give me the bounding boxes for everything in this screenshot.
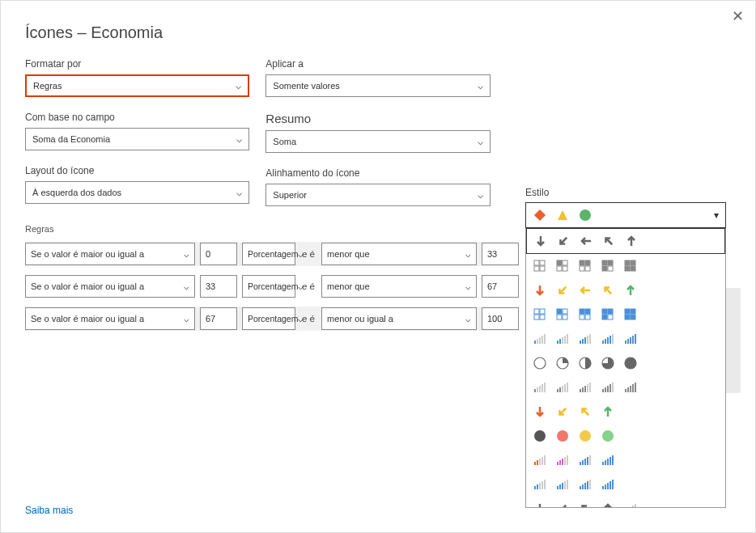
bars-icon	[555, 477, 570, 492]
style-option-arrows-gray-5[interactable]	[526, 228, 725, 254]
style-option-bars-color-4[interactable]	[526, 448, 725, 472]
svg-rect-34	[540, 309, 545, 314]
style-option-pie-gray-5[interactable]	[526, 351, 725, 375]
svg-rect-15	[563, 266, 567, 271]
rule-from-input[interactable]: 33	[200, 275, 237, 298]
summary-select[interactable]: Soma ⌵	[265, 130, 490, 153]
chevron-down-icon: ⌵	[478, 80, 483, 91]
arrow-icon	[578, 283, 592, 298]
style-option-bars-blue-4[interactable]	[526, 472, 725, 497]
rules-list: Se o valor é maior ou igual a⌵0Porcentag…	[25, 242, 519, 331]
svg-rect-123	[559, 460, 561, 465]
style-select[interactable]: ▾	[525, 202, 726, 228]
learn-more-link[interactable]: Saiba mais	[25, 505, 73, 516]
svg-rect-154	[607, 483, 609, 489]
svg-rect-22	[602, 266, 607, 271]
chevron-down-icon: ⌵	[184, 249, 189, 260]
rule-from-input[interactable]: 67	[200, 307, 237, 330]
svg-rect-69	[605, 339, 606, 344]
svg-rect-100	[605, 387, 606, 392]
arrow-icon	[578, 501, 592, 508]
rule-condition-select[interactable]: Se o valor é maior ou igual a⌵	[25, 243, 195, 265]
alignment-select[interactable]: Superior ⌵	[265, 184, 490, 206]
rule-unit-select[interactable]: Porcentagem⌵	[242, 243, 295, 265]
svg-rect-45	[602, 309, 607, 314]
svg-rect-91	[562, 386, 563, 392]
svg-rect-139	[539, 483, 541, 489]
layout-value: À esquerda dos dados	[32, 188, 121, 197]
svg-rect-97	[587, 384, 588, 392]
arrow-icon	[579, 234, 593, 248]
rule-to-input[interactable]: 100	[482, 307, 519, 330]
svg-rect-89	[557, 389, 559, 392]
bars-icon	[601, 380, 615, 395]
style-option-bars-blue-5[interactable]	[526, 327, 725, 351]
rule-row: Se o valor é maior ou igual a⌵33Porcenta…	[25, 274, 519, 298]
quad-icon	[578, 307, 592, 322]
svg-rect-76	[632, 336, 634, 344]
style-option-arrows-color-5[interactable]	[526, 278, 725, 302]
svg-rect-107	[632, 384, 634, 392]
svg-rect-67	[589, 334, 591, 344]
arrow-icon	[555, 404, 570, 419]
close-button[interactable]: ✕	[732, 7, 744, 25]
svg-rect-86	[539, 386, 541, 392]
rule-row: Se o valor é maior ou igual a⌵0Porcentag…	[25, 242, 519, 266]
svg-rect-90	[559, 387, 561, 392]
svg-rect-155	[609, 481, 611, 489]
svg-rect-88	[544, 383, 546, 392]
svg-point-114	[557, 430, 568, 442]
svg-rect-102	[609, 384, 611, 392]
svg-rect-104	[625, 389, 626, 392]
svg-rect-85	[537, 387, 538, 392]
svg-rect-141	[544, 480, 546, 489]
svg-rect-120	[542, 457, 543, 465]
svg-rect-48	[608, 315, 613, 319]
quad-icon	[578, 259, 592, 273]
style-option-arrows-color-4[interactable]	[526, 400, 725, 424]
svg-rect-42	[585, 309, 590, 314]
rule-condition-select[interactable]: Se o valor é maior ou igual a⌵	[25, 275, 195, 298]
apply-to-select[interactable]: Somente valores ⌵	[265, 74, 490, 97]
rule-from-input[interactable]: 0	[200, 243, 237, 265]
rule-to-input[interactable]: 33	[482, 243, 519, 265]
svg-rect-17	[585, 260, 590, 265]
alignment-value: Superior	[273, 190, 307, 200]
arrow-icon	[533, 234, 548, 248]
rule-to-input[interactable]: 67	[482, 275, 519, 298]
svg-rect-147	[580, 486, 581, 489]
svg-rect-149	[584, 483, 586, 489]
rule-mid-op-select[interactable]: menor ou igual a⌵	[321, 307, 477, 330]
svg-rect-10	[534, 266, 539, 271]
svg-rect-71	[609, 336, 611, 344]
rule-unit-select[interactable]: Porcentagem⌵	[242, 275, 295, 298]
style-option-arrows-gray-4[interactable]	[526, 497, 725, 508]
rule-mid-op-select[interactable]: menor que⌵	[321, 275, 477, 298]
arrow-icon	[555, 501, 570, 508]
based-on-select[interactable]: Soma da Economia ⌵	[25, 128, 249, 150]
pie-icon	[578, 356, 592, 370]
style-option-quadrants-blue-5[interactable]	[526, 302, 725, 327]
bars-icon	[578, 477, 592, 492]
svg-rect-18	[580, 266, 584, 271]
style-options-list[interactable]	[525, 228, 726, 508]
layout-select[interactable]: À esquerda dos dados ⌵	[25, 181, 249, 204]
svg-rect-126	[567, 455, 568, 465]
svg-rect-39	[557, 315, 562, 319]
style-option-quadrants-gray-5[interactable]	[526, 254, 725, 278]
svg-rect-148	[582, 484, 584, 489]
summary-label: Resumo	[265, 112, 490, 125]
apply-to-value: Somente valores	[273, 81, 340, 91]
rule-mid-op-select[interactable]: menor que⌵	[321, 243, 477, 265]
chevron-down-icon: ⌵	[478, 136, 483, 147]
arrow-icon	[601, 234, 616, 248]
rule-unit-select[interactable]: Porcentagem⌵	[242, 307, 295, 330]
svg-rect-128	[582, 460, 584, 465]
format-by-select[interactable]: Regras ⌵	[25, 74, 249, 97]
rule-condition-select[interactable]: Se o valor é maior ou igual a⌵	[25, 307, 195, 330]
chevron-down-icon: ⌵	[236, 133, 242, 145]
style-option-bars-gray-5[interactable]	[526, 375, 725, 400]
dialog-title: Ícones – Economia	[25, 23, 731, 42]
style-label: Estilo	[525, 187, 549, 198]
style-option-circles-color-4[interactable]	[526, 424, 725, 448]
